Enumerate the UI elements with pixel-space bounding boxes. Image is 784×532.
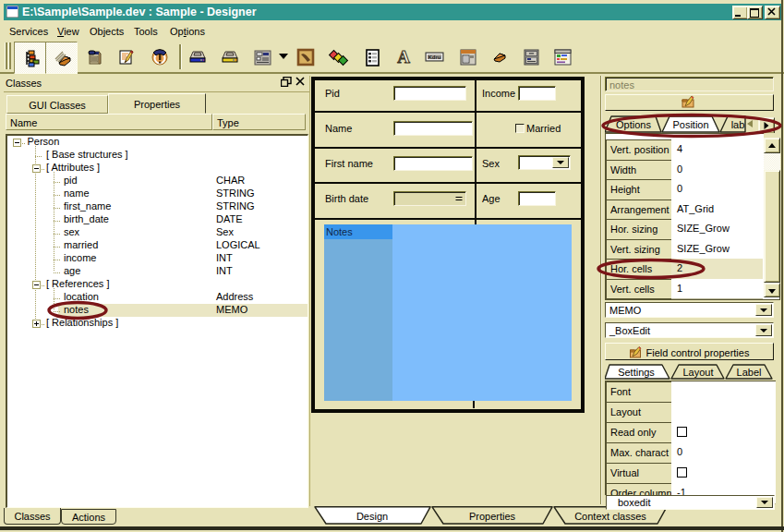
- svg-text:Design: Design: [356, 511, 388, 522]
- svg-text:Layout: Layout: [682, 367, 713, 378]
- svg-text:Properties: Properties: [469, 511, 516, 522]
- svg-text:Options: Options: [616, 119, 651, 130]
- svg-text:A: A: [397, 47, 410, 66]
- svg-text:Kdru: Kdru: [428, 54, 440, 60]
- svg-text:Position: Position: [672, 119, 708, 130]
- svg-text:Label: Label: [737, 367, 762, 378]
- svg-text:lab: lab: [731, 119, 745, 130]
- svg-text:Settings: Settings: [618, 367, 655, 378]
